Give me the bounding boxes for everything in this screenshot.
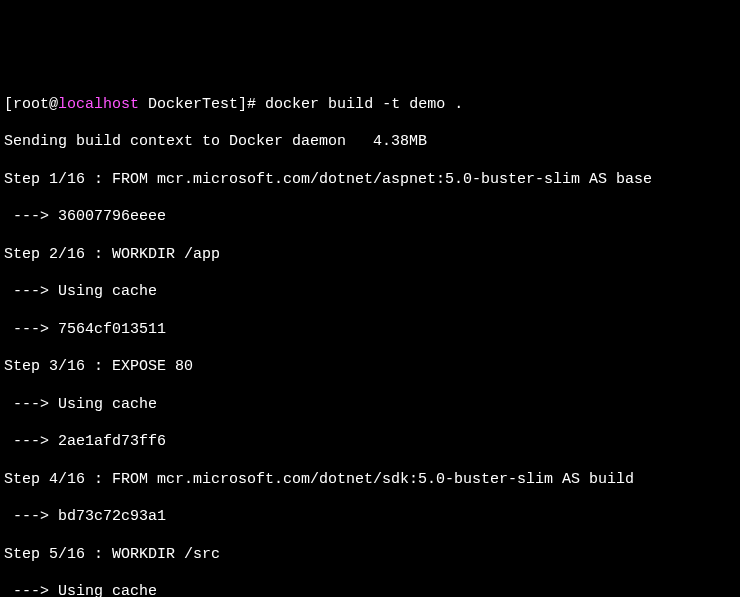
prompt-cwd: DockerTest (148, 96, 238, 113)
prompt-user: root (13, 96, 49, 113)
output-line: Step 1/16 : FROM mcr.microsoft.com/dotne… (4, 171, 736, 190)
output-line: Sending build context to Docker daemon 4… (4, 133, 736, 152)
prompt-space (139, 96, 148, 113)
output-line: ---> Using cache (4, 283, 736, 302)
output-line: ---> Using cache (4, 583, 736, 597)
output-line: Step 3/16 : EXPOSE 80 (4, 358, 736, 377)
prompt-close: ]# (238, 96, 265, 113)
command-text: docker build -t demo . (265, 96, 463, 113)
output-line: ---> 2ae1afd73ff6 (4, 433, 736, 452)
prompt-at: @ (49, 96, 58, 113)
output-line: ---> 7564cf013511 (4, 321, 736, 340)
terminal-window[interactable]: [root@localhost DockerTest]# docker buil… (0, 75, 740, 597)
output-line: Step 2/16 : WORKDIR /app (4, 246, 736, 265)
prompt-open: [ (4, 96, 13, 113)
output-line: ---> 36007796eeee (4, 208, 736, 227)
output-line: ---> bd73c72c93a1 (4, 508, 736, 527)
output-line: Step 5/16 : WORKDIR /src (4, 546, 736, 565)
prompt-line: [root@localhost DockerTest]# docker buil… (4, 96, 736, 115)
output-line: Step 4/16 : FROM mcr.microsoft.com/dotne… (4, 471, 736, 490)
output-line: ---> Using cache (4, 396, 736, 415)
prompt-host: localhost (58, 96, 139, 113)
